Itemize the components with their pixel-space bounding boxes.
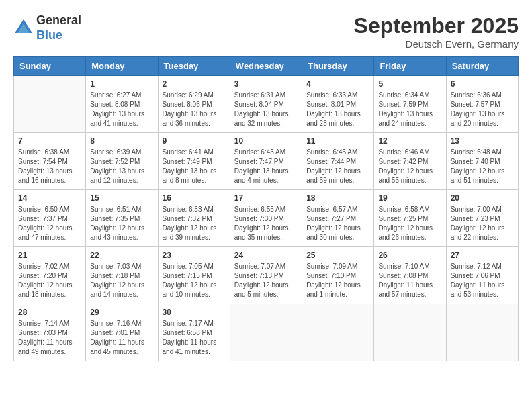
calendar-cell: 4Sunrise: 6:33 AMSunset: 8:01 PMDaylight…: [302, 76, 374, 133]
cell-info: Sunrise: 6:53 AMSunset: 7:32 PMDaylight:…: [163, 205, 226, 242]
day-number: 2: [163, 79, 226, 89]
calendar-cell: 14Sunrise: 6:50 AMSunset: 7:37 PMDayligh…: [14, 190, 86, 247]
cell-info: Sunrise: 6:50 AMSunset: 7:37 PMDaylight:…: [18, 205, 81, 242]
cell-info: Sunrise: 7:14 AMSunset: 7:03 PMDaylight:…: [18, 319, 81, 357]
day-number: 27: [451, 250, 514, 260]
cell-info: Sunrise: 7:07 AMSunset: 7:13 PMDaylight:…: [234, 262, 298, 300]
day-number: 11: [306, 136, 369, 146]
calendar-cell: [374, 304, 446, 361]
calendar-cell: 16Sunrise: 6:53 AMSunset: 7:32 PMDayligh…: [158, 190, 230, 247]
day-number: 9: [163, 136, 226, 146]
cell-info: Sunrise: 6:33 AMSunset: 8:01 PMDaylight:…: [306, 91, 369, 128]
cell-info: Sunrise: 6:41 AMSunset: 7:49 PMDaylight:…: [163, 148, 226, 185]
logo-icon: [13, 18, 34, 38]
calendar-cell: 9Sunrise: 6:41 AMSunset: 7:49 PMDaylight…: [158, 133, 230, 190]
calendar-cell: 29Sunrise: 7:16 AMSunset: 7:01 PMDayligh…: [86, 304, 158, 361]
cell-info: Sunrise: 7:02 AMSunset: 7:20 PMDaylight:…: [18, 262, 81, 300]
cell-info: Sunrise: 6:58 AMSunset: 7:25 PMDaylight:…: [378, 205, 441, 242]
day-header-saturday: Saturday: [446, 57, 518, 76]
day-number: 26: [378, 250, 441, 260]
cell-info: Sunrise: 7:17 AMSunset: 6:58 PMDaylight:…: [163, 319, 226, 357]
logo-general-text: General: [36, 13, 81, 28]
calendar-cell: 11Sunrise: 6:45 AMSunset: 7:44 PMDayligh…: [302, 133, 374, 190]
title-block: September 2025 Deutsch Evern, Germany: [354, 13, 519, 50]
day-number: 1: [90, 79, 153, 89]
calendar-cell: 20Sunrise: 7:00 AMSunset: 7:23 PMDayligh…: [446, 190, 518, 247]
day-number: 28: [18, 308, 81, 317]
day-header-thursday: Thursday: [302, 57, 374, 76]
day-number: 4: [306, 79, 369, 89]
calendar-table: SundayMondayTuesdayWednesdayThursdayFrid…: [13, 56, 519, 361]
cell-info: Sunrise: 7:03 AMSunset: 7:18 PMDaylight:…: [90, 262, 153, 300]
calendar-cell: 8Sunrise: 6:39 AMSunset: 7:52 PMDaylight…: [86, 133, 158, 190]
day-number: 29: [90, 308, 153, 317]
day-number: 17: [234, 193, 298, 203]
week-row-4: 21Sunrise: 7:02 AMSunset: 7:20 PMDayligh…: [14, 247, 519, 304]
calendar-cell: 26Sunrise: 7:10 AMSunset: 7:08 PMDayligh…: [374, 247, 446, 304]
cell-info: Sunrise: 6:51 AMSunset: 7:35 PMDaylight:…: [90, 205, 153, 242]
location-subtitle: Deutsch Evern, Germany: [354, 38, 519, 50]
calendar-cell: 1Sunrise: 6:27 AMSunset: 8:08 PMDaylight…: [86, 76, 158, 133]
day-header-monday: Monday: [86, 57, 158, 76]
week-row-1: 1Sunrise: 6:27 AMSunset: 8:08 PMDaylight…: [14, 76, 519, 133]
day-number: 8: [90, 136, 153, 146]
calendar-cell: 21Sunrise: 7:02 AMSunset: 7:20 PMDayligh…: [14, 247, 86, 304]
calendar-cell: 13Sunrise: 6:48 AMSunset: 7:40 PMDayligh…: [446, 133, 518, 190]
cell-info: Sunrise: 7:12 AMSunset: 7:06 PMDaylight:…: [451, 262, 514, 300]
day-header-sunday: Sunday: [14, 57, 86, 76]
calendar-cell: 7Sunrise: 6:38 AMSunset: 7:54 PMDaylight…: [14, 133, 86, 190]
day-number: 25: [306, 250, 369, 260]
week-row-3: 14Sunrise: 6:50 AMSunset: 7:37 PMDayligh…: [14, 190, 519, 247]
day-number: 20: [451, 193, 514, 203]
cell-info: Sunrise: 6:45 AMSunset: 7:44 PMDaylight:…: [306, 148, 369, 185]
cell-info: Sunrise: 6:43 AMSunset: 7:47 PMDaylight:…: [234, 148, 298, 185]
cell-info: Sunrise: 6:31 AMSunset: 8:04 PMDaylight:…: [234, 91, 298, 128]
day-number: 24: [234, 250, 298, 260]
calendar-cell: 27Sunrise: 7:12 AMSunset: 7:06 PMDayligh…: [446, 247, 518, 304]
calendar-cell: 24Sunrise: 7:07 AMSunset: 7:13 PMDayligh…: [230, 247, 302, 304]
calendar-cell: 19Sunrise: 6:58 AMSunset: 7:25 PMDayligh…: [374, 190, 446, 247]
day-number: 16: [163, 193, 226, 203]
calendar-cell: 25Sunrise: 7:09 AMSunset: 7:10 PMDayligh…: [302, 247, 374, 304]
day-number: 5: [378, 79, 441, 89]
day-number: 3: [234, 79, 298, 89]
cell-info: Sunrise: 6:29 AMSunset: 8:06 PMDaylight:…: [163, 91, 226, 128]
calendar-cell: 15Sunrise: 6:51 AMSunset: 7:35 PMDayligh…: [86, 190, 158, 247]
month-title: September 2025: [354, 13, 519, 38]
calendar-cell: 23Sunrise: 7:05 AMSunset: 7:15 PMDayligh…: [158, 247, 230, 304]
week-row-5: 28Sunrise: 7:14 AMSunset: 7:03 PMDayligh…: [14, 304, 519, 361]
day-number: 12: [378, 136, 441, 146]
cell-info: Sunrise: 6:38 AMSunset: 7:54 PMDaylight:…: [18, 148, 81, 185]
cell-info: Sunrise: 7:09 AMSunset: 7:10 PMDaylight:…: [306, 262, 369, 300]
day-number: 7: [18, 136, 81, 146]
logo: General Blue: [13, 13, 81, 42]
day-header-wednesday: Wednesday: [230, 57, 302, 76]
calendar-cell: 6Sunrise: 6:36 AMSunset: 7:57 PMDaylight…: [446, 76, 518, 133]
calendar-cell: 3Sunrise: 6:31 AMSunset: 8:04 PMDaylight…: [230, 76, 302, 133]
day-header-friday: Friday: [374, 57, 446, 76]
calendar-cell: [446, 304, 518, 361]
calendar-cell: [14, 76, 86, 133]
day-number: 10: [234, 136, 298, 146]
day-number: 23: [163, 250, 226, 260]
week-row-2: 7Sunrise: 6:38 AMSunset: 7:54 PMDaylight…: [14, 133, 519, 190]
calendar-cell: 28Sunrise: 7:14 AMSunset: 7:03 PMDayligh…: [14, 304, 86, 361]
calendar-cell: [302, 304, 374, 361]
calendar-cell: 2Sunrise: 6:29 AMSunset: 8:06 PMDaylight…: [158, 76, 230, 133]
cell-info: Sunrise: 6:36 AMSunset: 7:57 PMDaylight:…: [451, 91, 514, 128]
cell-info: Sunrise: 6:48 AMSunset: 7:40 PMDaylight:…: [451, 148, 514, 185]
calendar-cell: 30Sunrise: 7:17 AMSunset: 6:58 PMDayligh…: [158, 304, 230, 361]
day-number: 19: [378, 193, 441, 203]
cell-info: Sunrise: 7:05 AMSunset: 7:15 PMDaylight:…: [163, 262, 226, 300]
day-number: 18: [306, 193, 369, 203]
calendar-cell: 5Sunrise: 6:34 AMSunset: 7:59 PMDaylight…: [374, 76, 446, 133]
calendar-cell: [230, 304, 302, 361]
cell-info: Sunrise: 7:00 AMSunset: 7:23 PMDaylight:…: [451, 205, 514, 242]
cell-info: Sunrise: 6:34 AMSunset: 7:59 PMDaylight:…: [378, 91, 441, 128]
cell-info: Sunrise: 7:10 AMSunset: 7:08 PMDaylight:…: [378, 262, 441, 300]
calendar-cell: 17Sunrise: 6:55 AMSunset: 7:30 PMDayligh…: [230, 190, 302, 247]
day-number: 13: [451, 136, 514, 146]
calendar-cell: 18Sunrise: 6:57 AMSunset: 7:27 PMDayligh…: [302, 190, 374, 247]
page-header: General Blue September 2025 Deutsch Ever…: [13, 13, 519, 50]
cell-info: Sunrise: 6:39 AMSunset: 7:52 PMDaylight:…: [90, 148, 153, 185]
